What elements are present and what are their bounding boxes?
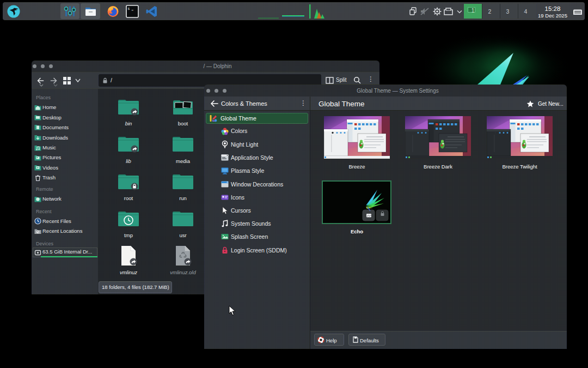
svg-text:$ ▁: $ ▁ (128, 7, 134, 11)
